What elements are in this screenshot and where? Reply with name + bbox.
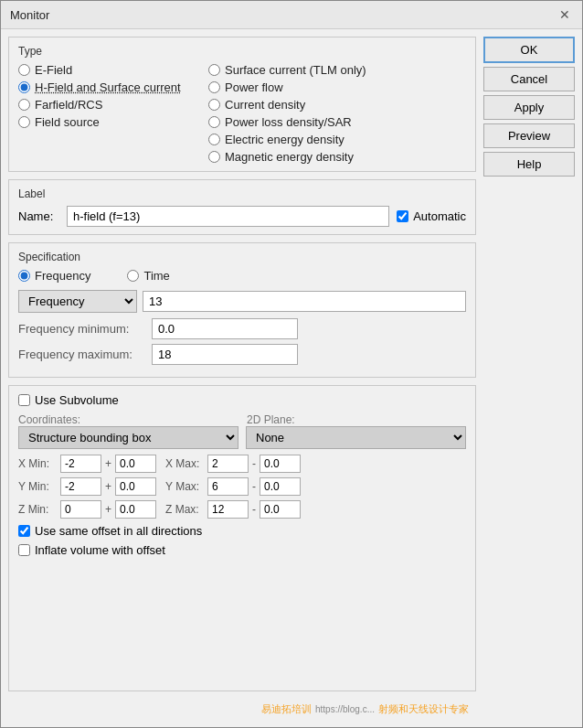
structure-bbox-dropdown[interactable]: Structure bounding box <box>18 426 238 449</box>
magneticenergy-radio[interactable] <box>208 151 220 163</box>
plane-label-col: 2D Plane: <box>247 412 466 426</box>
freq-min-label: Frequency minimum: <box>18 322 146 336</box>
fieldsource-radio[interactable] <box>18 116 30 128</box>
help-button[interactable]: Help <box>483 152 575 177</box>
inflate-label[interactable]: Inflate volume with offset <box>35 543 165 557</box>
main-area: Type E-Field H-Field and Surface current <box>8 37 476 720</box>
frequency-radio-item: Frequency <box>18 269 90 283</box>
xmax-offset-input[interactable] <box>260 455 301 473</box>
ymin-input[interactable] <box>60 477 101 496</box>
currentdensity-radio[interactable] <box>208 99 220 111</box>
frequency-spec-radio[interactable] <box>18 270 30 282</box>
surfcurrent-label[interactable]: Surface current (TLM only) <box>225 63 366 77</box>
watermark-brand: 易迪拓培训 <box>261 702 312 716</box>
type-left-col: E-Field H-Field and Surface current Farf… <box>18 63 201 164</box>
cancel-button[interactable]: Cancel <box>483 67 575 91</box>
ymax-label: Y Max: <box>165 480 204 493</box>
inflate-checkbox[interactable] <box>18 544 30 556</box>
preview-button[interactable]: Preview <box>483 123 575 148</box>
xmin-xmax-row: X Min: + X Max: - <box>18 455 466 473</box>
farfield-radio[interactable] <box>18 99 30 111</box>
freq-max-row: Frequency maximum: <box>18 344 466 365</box>
ymax-minus: - <box>252 480 256 493</box>
xmin-offset-input[interactable] <box>115 455 156 473</box>
powerlossdensity-label[interactable]: Power loss density/SAR <box>225 115 352 129</box>
coordinate-grid: X Min: + X Max: - <box>18 455 466 519</box>
use-subvolume-label[interactable]: Use Subvolume <box>35 393 119 407</box>
xmin-line: X Min: + <box>18 455 156 473</box>
ymin-ymax-row: Y Min: + Y Max: - <box>18 477 466 496</box>
spec-title: Specification <box>18 251 466 263</box>
time-spec-radio[interactable] <box>127 270 139 282</box>
frequency-spec-label[interactable]: Frequency <box>35 269 90 283</box>
name-input[interactable] <box>67 206 389 227</box>
spec-section: Specification Frequency Time Frequency <box>8 242 476 378</box>
close-button[interactable]: ✕ <box>556 6 573 23</box>
surfcurrent-radio[interactable] <box>208 64 220 76</box>
automatic-checkbox[interactable] <box>397 210 408 222</box>
watermark: 易迪拓培训 https://blog.c... 射频和天线设计专家 <box>8 699 476 720</box>
time-spec-label[interactable]: Time <box>143 269 169 283</box>
hfield-label[interactable]: H-Field and Surface current <box>35 80 181 94</box>
zmax-line: Z Max: - <box>165 500 301 519</box>
apply-button[interactable]: Apply <box>483 95 575 120</box>
ymin-offset-input[interactable] <box>115 477 156 496</box>
label-row: Name: Automatic <box>18 206 466 227</box>
xmin-plus: + <box>105 457 111 470</box>
fieldsource-option: Field source <box>18 115 201 129</box>
use-subvolume-row: Use Subvolume <box>18 393 466 407</box>
plane-dropdown[interactable]: None <box>246 426 466 449</box>
same-offset-checkbox[interactable] <box>18 525 30 537</box>
coord-label-col: Coordinates: <box>18 412 238 426</box>
automatic-row: Automatic <box>397 209 466 223</box>
ymax-offset-input[interactable] <box>260 477 301 496</box>
efield-radio[interactable] <box>18 64 30 76</box>
currentdensity-option: Current density <box>208 98 391 112</box>
hfield-radio[interactable] <box>18 81 30 93</box>
zmin-offset-input[interactable] <box>115 500 156 519</box>
xmin-label: X Min: <box>18 457 57 470</box>
farfield-option: Farfield/RCS <box>18 98 201 112</box>
ymin-plus: + <box>105 480 111 493</box>
use-subvolume-checkbox[interactable] <box>18 394 30 406</box>
zmax-input[interactable] <box>207 500 249 519</box>
ok-button[interactable]: OK <box>483 37 575 63</box>
zmax-offset-input[interactable] <box>260 500 301 519</box>
zmin-zmax-row: Z Min: + Z Max: - <box>18 500 466 519</box>
automatic-label[interactable]: Automatic <box>413 209 466 223</box>
zmax-label: Z Max: <box>165 503 204 516</box>
powerflow-label[interactable]: Power flow <box>225 80 283 94</box>
freq-min-row: Frequency minimum: <box>18 318 466 339</box>
powerflow-radio[interactable] <box>208 81 220 93</box>
powerlossdensity-radio[interactable] <box>208 116 220 128</box>
label-section: Label Name: Automatic <box>8 179 476 235</box>
same-offset-label[interactable]: Use same offset in all directions <box>35 524 202 538</box>
freq-min-input[interactable] <box>152 318 298 339</box>
zmin-input[interactable] <box>60 500 101 519</box>
electricenergy-label[interactable]: Electric energy density <box>225 133 344 146</box>
efield-label[interactable]: E-Field <box>35 63 72 77</box>
electricenergy-option: Electric energy density <box>208 133 391 146</box>
watermark-tagline: 射频和天线设计专家 <box>378 702 469 716</box>
powerlossdensity-option: Power loss density/SAR <box>208 115 391 129</box>
fieldsource-label[interactable]: Field source <box>35 115 100 129</box>
frequency-dropdown[interactable]: Frequency <box>18 290 137 313</box>
xmax-line: X Max: - <box>165 455 301 473</box>
ymax-input[interactable] <box>207 477 249 496</box>
farfield-label[interactable]: Farfield/RCS <box>35 98 102 112</box>
dropdowns-row: Structure bounding box None <box>18 426 466 449</box>
electricenergy-radio[interactable] <box>208 134 220 145</box>
coordinates-label: Coordinates: <box>18 413 80 426</box>
freq-max-input[interactable] <box>152 344 298 365</box>
ymin-line: Y Min: + <box>18 477 156 496</box>
dialog-title: Monitor <box>10 8 49 22</box>
currentdensity-label[interactable]: Current density <box>225 98 305 112</box>
frequency-value-input[interactable] <box>143 291 466 312</box>
ymax-line: Y Max: - <box>165 477 301 496</box>
xmax-input[interactable] <box>207 455 249 473</box>
type-right-col: Surface current (TLM only) Power flow Cu… <box>208 63 391 164</box>
xmin-input[interactable] <box>60 455 101 473</box>
label-title: Label <box>18 187 466 200</box>
magneticenergy-label[interactable]: Magnetic energy density <box>225 150 354 164</box>
xmax-label: X Max: <box>165 457 204 470</box>
